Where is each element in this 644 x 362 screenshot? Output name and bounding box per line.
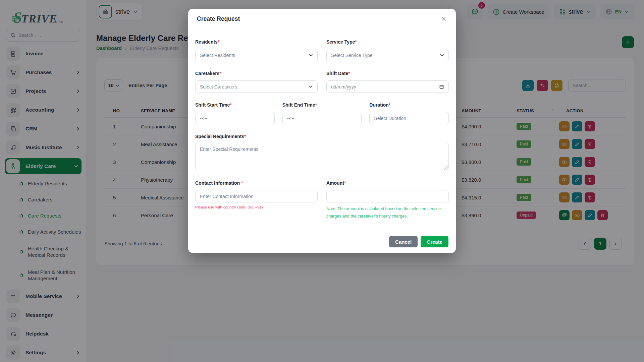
shift-end-time-label: Shift End Time*: [282, 102, 362, 108]
special-requirements-textarea[interactable]: [195, 143, 449, 170]
contact-information-label: Contact Information *: [195, 180, 318, 186]
special-requirements-label: Special Requirements*: [195, 134, 449, 139]
cancel-button[interactable]: Cancel: [389, 236, 418, 247]
amount-label: Amount*: [326, 180, 449, 186]
contact-help-text: Please use with country code. (ex. +91): [195, 205, 318, 209]
contact-information-input[interactable]: [195, 190, 318, 202]
amount-note-text: Note: The amount is calculated based on …: [326, 205, 449, 220]
shift-start-time-label: Shift Start Time*: [195, 102, 275, 108]
create-request-modal: Create Request Residents* Select Residen…: [188, 9, 456, 253]
service-type-select[interactable]: Select Service Type: [326, 49, 449, 61]
duration-label: Duration*: [369, 102, 449, 108]
close-icon[interactable]: [439, 14, 448, 23]
shift-end-time-input[interactable]: [282, 112, 362, 124]
caretakers-label: Caretakers*: [195, 71, 318, 76]
modal-title: Create Request: [197, 15, 240, 22]
caretakers-select[interactable]: Select Caretakers: [195, 80, 318, 93]
shift-start-time-input[interactable]: [195, 112, 275, 124]
calendar-icon: [439, 84, 444, 89]
shift-date-input[interactable]: dd/mm/yyyy: [326, 80, 449, 93]
residents-label: Residents*: [195, 39, 318, 45]
duration-input[interactable]: [369, 112, 449, 124]
chevron-down-icon: [309, 84, 313, 89]
service-type-label: Service Type*: [326, 39, 449, 45]
amount-input[interactable]: [326, 190, 449, 202]
residents-select[interactable]: Select Residents: [195, 49, 318, 61]
chevron-down-icon: [440, 53, 444, 57]
chevron-down-icon: [309, 53, 313, 57]
shift-date-label: Shift Date*: [326, 71, 449, 76]
create-button[interactable]: Create: [421, 236, 448, 247]
